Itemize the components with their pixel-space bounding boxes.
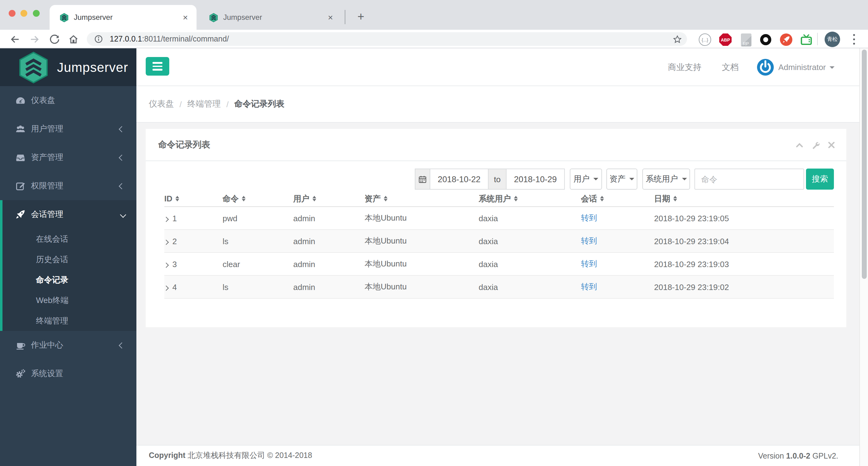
close-icon[interactable] bbox=[828, 141, 835, 149]
cell-user: admin bbox=[293, 259, 365, 269]
macos-close-button[interactable] bbox=[9, 10, 16, 17]
asset-filter-dropdown[interactable]: 资产 bbox=[607, 169, 638, 190]
caret-down-icon bbox=[593, 178, 598, 180]
new-tab-button[interactable]: + bbox=[352, 9, 370, 26]
sidebar-item-system-settings[interactable]: 系统设置 bbox=[0, 359, 136, 388]
sort-icon[interactable] bbox=[312, 196, 316, 201]
sidebar-item-sessions[interactable]: 会话管理 bbox=[2, 200, 136, 229]
panel-tools bbox=[796, 129, 835, 161]
sidebar-item-web-terminal[interactable]: Web终端 bbox=[2, 290, 136, 310]
expand-chevron-icon[interactable] bbox=[164, 262, 169, 268]
macos-zoom-button[interactable] bbox=[33, 10, 40, 17]
sidebar-item-terminal-management[interactable]: 终端管理 bbox=[2, 310, 136, 331]
tab-close-icon[interactable]: × bbox=[328, 12, 333, 22]
footer-version: Version 1.0.0-2 GPLv2. bbox=[758, 452, 838, 460]
business-support-link[interactable]: 商业支持 bbox=[668, 62, 702, 73]
breadcrumb-dashboard[interactable]: 仪表盘 bbox=[149, 99, 174, 110]
sidebar-item-assets[interactable]: 资产管理 bbox=[0, 143, 136, 172]
docs-link[interactable]: 文档 bbox=[722, 62, 739, 73]
expand-chevron-icon[interactable] bbox=[164, 286, 169, 291]
browser-tab-1[interactable]: Jumpserver × bbox=[50, 5, 196, 30]
browser-profile-avatar[interactable]: 青松 bbox=[825, 32, 840, 47]
page-scrollbar[interactable] bbox=[859, 48, 868, 466]
sidebar-item-job-center[interactable]: 作业中心 bbox=[0, 331, 136, 359]
sidebar-logo[interactable]: Jumpserver bbox=[0, 48, 136, 86]
chevron-left-icon bbox=[119, 183, 125, 189]
date-from-input[interactable] bbox=[430, 169, 489, 190]
chevron-left-icon bbox=[119, 154, 125, 161]
expand-chevron-icon[interactable] bbox=[164, 239, 169, 245]
adblock-extension-icon[interactable]: ABP bbox=[718, 32, 733, 47]
tab-close-icon[interactable]: × bbox=[183, 12, 188, 22]
column-header-asset[interactable]: 资产 bbox=[365, 193, 478, 204]
column-header-command[interactable]: 命令 bbox=[223, 193, 293, 204]
back-icon[interactable] bbox=[7, 32, 22, 46]
sidebar-item-command-records[interactable]: 命令记录 bbox=[2, 270, 136, 290]
sidebar-item-users[interactable]: 用户管理 bbox=[0, 114, 136, 143]
admin-avatar[interactable] bbox=[757, 59, 774, 76]
goto-session-link[interactable]: 转到 bbox=[581, 236, 597, 245]
rocket-extension-icon[interactable] bbox=[779, 32, 794, 47]
column-header-id[interactable]: ID bbox=[164, 194, 223, 203]
system-user-filter-dropdown[interactable]: 系统用户 bbox=[642, 169, 690, 190]
forward-icon[interactable] bbox=[27, 32, 41, 46]
cell-date: 2018-10-29 23:19:05 bbox=[654, 213, 834, 223]
sort-icon[interactable] bbox=[384, 196, 388, 201]
sidebar-item-history-sessions[interactable]: 历史会话 bbox=[2, 249, 136, 270]
bookmark-star-icon[interactable] bbox=[673, 34, 682, 44]
user-filter-dropdown[interactable]: 用户 bbox=[570, 169, 602, 190]
sidebar-item-online-sessions[interactable]: 在线会话 bbox=[2, 229, 136, 249]
date-range-to-label: to bbox=[488, 169, 506, 190]
cell-id: 3 bbox=[164, 259, 223, 269]
goto-session-link[interactable]: 转到 bbox=[581, 282, 597, 291]
expand-chevron-icon[interactable] bbox=[164, 217, 169, 222]
admin-username[interactable]: Administrator bbox=[778, 63, 826, 72]
cell-session: 转到 bbox=[581, 235, 654, 246]
table-row: 2 ls admin 本地Ubuntu daxia 转到 2018-10-29 … bbox=[164, 230, 834, 253]
browser-menu-icon[interactable] bbox=[850, 34, 857, 45]
sort-icon[interactable] bbox=[176, 196, 179, 201]
sidebar-item-permissions[interactable]: 权限管理 bbox=[0, 172, 136, 200]
rp-extension-icon[interactable]: RP bbox=[738, 32, 753, 47]
rocket-icon bbox=[16, 209, 25, 220]
table-row: 3 clear admin 本地Ubuntu daxia 转到 2018-10-… bbox=[164, 253, 834, 276]
tv-glyph bbox=[800, 33, 812, 46]
users-icon bbox=[16, 124, 25, 134]
breadcrumb: 仪表盘 / 终端管理 / 命令记录列表 bbox=[136, 86, 868, 123]
sidebar-item-label: 用户管理 bbox=[31, 123, 63, 134]
browser-toolbar: 127.0.0.1:8011/terminal/command/ {...} A… bbox=[0, 30, 868, 48]
sort-icon[interactable] bbox=[514, 196, 518, 201]
scrollbar-thumb[interactable] bbox=[862, 49, 867, 279]
edit-icon bbox=[16, 181, 25, 191]
collapse-icon[interactable] bbox=[796, 141, 804, 149]
column-header-date[interactable]: 日期 bbox=[654, 193, 834, 204]
home-icon[interactable] bbox=[66, 32, 81, 46]
reload-icon[interactable] bbox=[46, 32, 61, 46]
sort-icon[interactable] bbox=[242, 196, 246, 201]
date-to-input[interactable] bbox=[506, 169, 565, 190]
search-button[interactable]: 搜索 bbox=[806, 169, 834, 190]
breadcrumb-terminal[interactable]: 终端管理 bbox=[187, 99, 221, 110]
goto-session-link[interactable]: 转到 bbox=[581, 259, 597, 268]
browser-tab-2[interactable]: Jumpserver × bbox=[199, 5, 342, 30]
address-bar[interactable]: 127.0.0.1:8011/terminal/command/ bbox=[87, 32, 687, 46]
sidebar-item-label: 系统设置 bbox=[31, 368, 63, 379]
sort-icon[interactable] bbox=[600, 196, 604, 201]
column-header-system-user[interactable]: 系统用户 bbox=[478, 193, 581, 204]
tv-extension-icon[interactable] bbox=[799, 32, 813, 47]
column-header-session[interactable]: 会话 bbox=[581, 193, 654, 204]
site-info-icon[interactable] bbox=[92, 33, 105, 45]
jumpserver-favicon bbox=[209, 13, 218, 22]
settings-wrench-icon[interactable] bbox=[812, 141, 819, 149]
sidebar-item-dashboard[interactable]: 仪表盘 bbox=[0, 86, 136, 114]
onetab-extension-icon[interactable] bbox=[758, 32, 773, 47]
column-header-user[interactable]: 用户 bbox=[293, 193, 365, 204]
footer: Copyright 北京堆栈科技有限公司 © 2014-2018 Version… bbox=[136, 445, 868, 466]
command-search-input[interactable] bbox=[694, 169, 804, 190]
macos-minimize-button[interactable] bbox=[21, 10, 27, 17]
cell-date: 2018-10-29 23:19:02 bbox=[654, 282, 834, 292]
json-viewer-extension-icon[interactable]: {...} bbox=[698, 32, 712, 47]
sidebar-toggle-button[interactable] bbox=[146, 57, 169, 76]
sort-icon[interactable] bbox=[673, 196, 677, 201]
goto-session-link[interactable]: 转到 bbox=[581, 213, 597, 223]
